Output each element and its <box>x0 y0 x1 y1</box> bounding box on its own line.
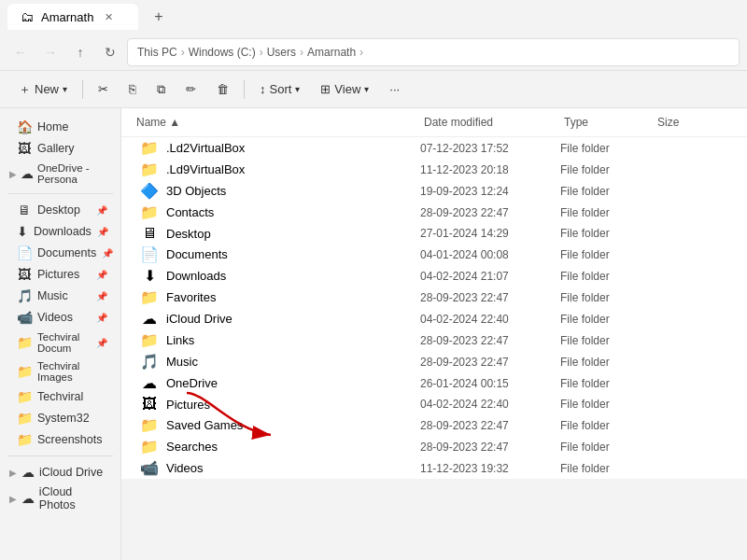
view-chevron: ▾ <box>364 84 369 94</box>
file-date-cell: 11-12-2023 20:18 <box>420 163 560 176</box>
file-row[interactable]: 📹 Videos 11-12-2023 19:32 File folder <box>125 457 743 479</box>
active-tab[interactable]: 🗂 Amarnath ✕ <box>7 4 138 30</box>
file-row[interactable]: 📁 .Ld9VirtualBox 11-12-2023 20:18 File f… <box>125 159 743 180</box>
sidebar-label-downloads: Downloads <box>34 225 92 238</box>
file-type-cell: File folder <box>560 227 654 240</box>
refresh-button[interactable]: ↻ <box>97 39 123 65</box>
file-row[interactable]: 🖥 Desktop 27-01-2024 14:29 File folder <box>125 223 743 244</box>
sidebar-item-downloads[interactable]: ⬇ Downloads 📌 <box>4 221 117 242</box>
icloud-photos-sidebar-icon: ☁ <box>21 491 35 506</box>
sidebar-label-documents: Documents <box>37 246 96 259</box>
nav-bar: ← → ↑ ↻ This PC › Windows (C:) › Users ›… <box>0 34 747 71</box>
sidebar-item-screenshots[interactable]: 📁 Screenshots <box>4 429 117 450</box>
file-name-label: .Ld9VirtualBox <box>166 162 245 176</box>
column-size[interactable]: Size <box>657 112 732 133</box>
breadcrumb-users[interactable]: Users <box>267 46 296 59</box>
onedrive-file-icon: ☁ <box>140 374 159 392</box>
file-name-cell: ☁ iCloud Drive <box>140 310 420 328</box>
file-row[interactable]: 📁 Favorites 28-09-2023 22:47 File folder <box>125 287 743 308</box>
file-type-cell: File folder <box>560 334 654 347</box>
file-row[interactable]: ☁ OneDrive 26-01-2024 00:15 File folder <box>125 372 743 394</box>
file-type-cell: File folder <box>560 291 654 304</box>
back-button[interactable]: ← <box>7 39 34 65</box>
column-name[interactable]: Name ▲ <box>136 112 424 133</box>
sidebar: 🏠 Home 🖼 Gallery ▶ ☁ OneDrive - Persona … <box>0 108 121 560</box>
file-name-label: Videos <box>166 461 204 475</box>
sidebar-item-home[interactable]: 🏠 Home <box>4 117 117 137</box>
file-row[interactable]: 📄 Documents 04-01-2024 00:08 File folder <box>125 244 743 265</box>
sidebar-item-pictures[interactable]: 🖼 Pictures 📌 <box>4 264 117 285</box>
more-button[interactable]: ··· <box>380 78 409 100</box>
file-name-label: .Ld2VirtualBox <box>166 141 245 155</box>
file-row[interactable]: 📁 Saved Games 28-09-2023 22:47 File fold… <box>125 414 743 436</box>
sort-chevron: ▾ <box>295 84 300 94</box>
sidebar-item-videos[interactable]: 📹 Videos 📌 <box>4 307 117 328</box>
sidebar-item-desktop[interactable]: 🖥 Desktop 📌 <box>4 200 117 220</box>
file-row[interactable]: 📁 .Ld2VirtualBox 07-12-2023 17:52 File f… <box>125 137 743 159</box>
breadcrumb-amarnath[interactable]: Amarnath <box>307 46 356 59</box>
file-name-cell: 📁 .Ld9VirtualBox <box>140 161 420 178</box>
sidebar-label-screenshots: Screenshots <box>37 433 102 446</box>
main-content: 🏠 Home 🖼 Gallery ▶ ☁ OneDrive - Persona … <box>0 108 747 560</box>
file-name-label: Saved Games <box>166 418 243 432</box>
toolbar-separator-1 <box>82 80 83 99</box>
sidebar-item-icloud-drive[interactable]: ▶ ☁ iCloud Drive <box>0 462 120 483</box>
close-tab-button[interactable]: ✕ <box>105 11 113 23</box>
column-date[interactable]: Date modified <box>424 112 564 133</box>
file-row[interactable]: 📁 Contacts 28-09-2023 22:47 File folder <box>125 202 743 223</box>
sidebar-item-music[interactable]: 🎵 Music 📌 <box>4 286 117 306</box>
sidebar-label-onedrive: OneDrive - Persona <box>37 162 111 185</box>
file-row[interactable]: 📁 Links 28-09-2023 22:47 File folder <box>125 329 743 351</box>
sidebar-item-techviral-images[interactable]: 📁 Techviral Images <box>4 357 117 385</box>
techviral-icon: 📁 <box>17 389 32 404</box>
folder-icon: 📁 <box>140 288 159 306</box>
file-row[interactable]: 📁 Searches 28-09-2023 22:47 File folder <box>125 436 743 457</box>
forward-button[interactable]: → <box>37 39 63 65</box>
paste-button[interactable]: ⧉ <box>148 78 175 101</box>
file-row-downloads[interactable]: ⬇ Downloads 04-02-2024 21:07 File folder <box>125 265 743 287</box>
file-name-cell: 📁 Searches <box>140 438 420 455</box>
file-type-cell: File folder <box>560 270 654 283</box>
sidebar-item-techviral[interactable]: 📁 Techviral <box>4 386 117 407</box>
file-name-label: Favorites <box>166 290 216 304</box>
file-header: Name ▲ Date modified Type Size <box>121 108 747 137</box>
sidebar-item-onedrive[interactable]: ▶ ☁ OneDrive - Persona <box>0 160 120 188</box>
file-type-cell: File folder <box>560 441 654 454</box>
rename-button[interactable]: ✏ <box>176 78 205 100</box>
sidebar-item-documents[interactable]: 📄 Documents 📌 <box>4 243 117 263</box>
file-name-cell: 📄 Documents <box>140 245 420 263</box>
folder-icon: 📁 <box>140 203 159 221</box>
sidebar-item-gallery[interactable]: 🖼 Gallery <box>4 138 117 159</box>
breadcrumb-thispc[interactable]: This PC <box>137 46 177 59</box>
file-name-label: Pictures <box>166 398 210 412</box>
file-date-cell: 28-09-2023 22:47 <box>420 356 560 369</box>
sidebar-item-techviral-docum[interactable]: 📁 Techviral Docum 📌 <box>4 329 117 357</box>
icloud-drive-expander-icon: ▶ <box>9 468 17 478</box>
file-name-label: Links <box>166 333 194 347</box>
up-button[interactable]: ↑ <box>67 39 93 65</box>
onedrive-expander-icon: ▶ <box>9 169 17 179</box>
view-button[interactable]: ⊞ View ▾ <box>311 78 378 100</box>
file-name-cell: 📁 Favorites <box>140 288 420 306</box>
breadcrumb[interactable]: This PC › Windows (C:) › Users › Amarnat… <box>127 38 740 66</box>
new-tab-button[interactable]: + <box>146 4 172 30</box>
delete-button[interactable]: 🗑 <box>207 78 238 100</box>
breadcrumb-drive[interactable]: Windows (C:) <box>189 46 256 59</box>
view-icon: ⊞ <box>320 82 331 96</box>
file-date-cell: 04-01-2024 00:08 <box>420 248 560 261</box>
file-row[interactable]: 🖼 Pictures 04-02-2024 22:40 File folder <box>125 394 743 414</box>
new-button[interactable]: ＋ New ▾ <box>9 77 77 102</box>
sort-button[interactable]: ↕ Sort ▾ <box>250 78 309 100</box>
file-row-icloud[interactable]: ☁ iCloud Drive 04-02-2024 22:40 File fol… <box>125 308 743 329</box>
cut-button[interactable]: ✂ <box>89 78 118 100</box>
copy-button[interactable]: ⎘ <box>120 78 146 100</box>
file-date-cell: 28-09-2023 22:47 <box>420 334 560 347</box>
file-name-label: OneDrive <box>166 376 218 390</box>
column-type[interactable]: Type <box>564 112 657 133</box>
file-row[interactable]: 🎵 Music 28-09-2023 22:47 File folder <box>125 351 743 372</box>
sidebar-item-icloud-photos[interactable]: ▶ ☁ iCloud Photos <box>0 483 120 514</box>
file-row[interactable]: 🔷 3D Objects 19-09-2023 12:24 File folde… <box>125 180 743 202</box>
sidebar-item-system32[interactable]: 📁 System32 <box>4 408 117 428</box>
sidebar-label-system32: System32 <box>37 412 90 425</box>
techviral-docum-icon: 📁 <box>17 335 32 350</box>
